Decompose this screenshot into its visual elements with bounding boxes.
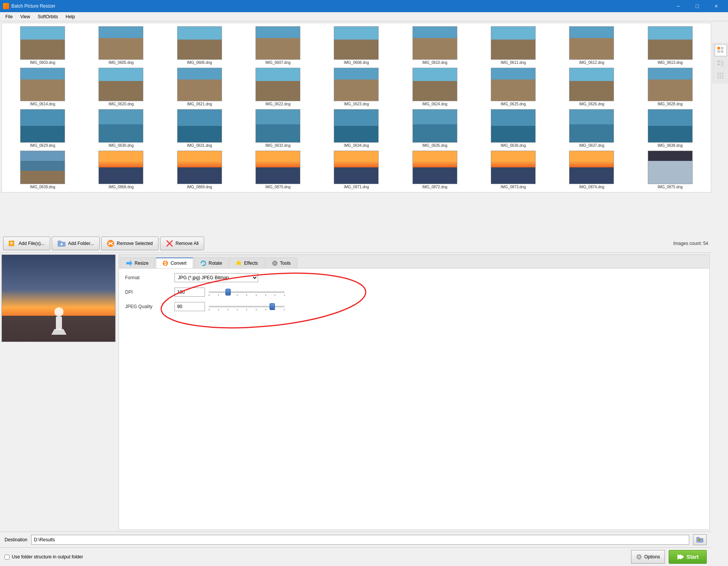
thumbnail <box>569 151 614 184</box>
start-button[interactable]: Start <box>669 550 707 564</box>
image-name: IMG_0613.dng <box>658 60 683 65</box>
tab-tools[interactable]: Tools <box>265 258 297 268</box>
list-item[interactable]: IMG_0606.dng <box>160 25 239 66</box>
list-item[interactable]: IMG_0623.dng <box>317 66 395 108</box>
list-item[interactable]: IMG_0871.dng <box>317 149 395 191</box>
menu-file[interactable]: File <box>2 13 16 20</box>
destination-bar: Destination <box>0 531 711 547</box>
format-select[interactable]: JPG (*.jpg) JPEG BitmapPNG (*.png) Porta… <box>174 273 258 282</box>
list-item[interactable]: IMG_0635.dng <box>396 108 474 149</box>
image-name: IMG_0630.dng <box>108 143 133 148</box>
format-row: Format JPG (*.jpg) JPEG BitmapPNG (*.png… <box>125 273 703 282</box>
tab-effects[interactable]: Effects <box>229 258 264 268</box>
image-name: IMG_0603.dng <box>30 60 55 65</box>
list-item[interactable]: IMG_0621.dng <box>160 66 239 108</box>
list-item[interactable]: IMG_0634.dng <box>317 108 395 149</box>
thumbnail <box>491 151 536 184</box>
destination-input[interactable] <box>31 535 689 545</box>
image-name: IMG_0870.dng <box>265 185 290 189</box>
add-folder-button[interactable]: Add Folder... <box>52 237 100 250</box>
list-item[interactable]: IMG_0624.dng <box>396 66 474 108</box>
list-item[interactable]: IMG_0636.dng <box>474 108 552 149</box>
svg-point-42 <box>274 262 275 264</box>
tab-rotate[interactable]: Rotate <box>194 258 228 268</box>
list-item[interactable]: IMG_0872.dng <box>396 149 474 191</box>
tab-rotate-label: Rotate <box>209 261 222 266</box>
image-name: IMG_0634.dng <box>344 143 369 148</box>
list-item[interactable]: IMG_0629.dng <box>3 108 82 149</box>
tab-resize[interactable]: Resize <box>120 258 155 268</box>
list-item[interactable]: IMG_0622.dng <box>239 66 317 108</box>
minimize-button[interactable]: − <box>669 0 687 12</box>
thumbnail <box>334 68 379 101</box>
svg-marker-35 <box>126 260 132 266</box>
dpi-input[interactable] <box>174 288 205 297</box>
list-item[interactable]: IMG_0607.dng <box>239 25 317 66</box>
folder-browse-icon <box>696 537 704 543</box>
list-item[interactable]: IMG_0639.dng <box>3 149 82 191</box>
list-item[interactable]: IMG_0612.dng <box>552 25 631 66</box>
add-files-button[interactable]: Add File(s)... <box>3 237 50 250</box>
list-item[interactable]: IMG_0620.dng <box>82 66 160 108</box>
image-name: IMG_0872.dng <box>422 185 447 189</box>
image-name: IMG_0624.dng <box>422 102 447 106</box>
image-name: IMG_0614.dng <box>30 102 55 106</box>
list-item[interactable]: IMG_0630.dng <box>82 108 160 149</box>
thumbnail <box>98 109 143 143</box>
list-item[interactable]: IMG_0638.dng <box>631 108 709 149</box>
list-item[interactable]: IMG_0637.dng <box>552 108 631 149</box>
list-item[interactable]: IMG_0626.dng <box>552 66 631 108</box>
image-name: IMG_0607.dng <box>265 60 290 65</box>
image-name: IMG_0606.dng <box>187 60 212 65</box>
dpi-row: DPI <box>125 288 703 297</box>
list-item[interactable]: IMG_0613.dng <box>631 25 709 66</box>
jpeg-quality-slider-track <box>209 306 285 307</box>
thumbnail <box>334 26 379 60</box>
destination-label: Destination <box>5 537 27 542</box>
images-count: Images count: 54 <box>673 241 708 246</box>
list-item[interactable]: IMG_0874.dng <box>552 149 631 191</box>
image-grid-container[interactable]: IMG_0603.dng IMG_0605.dng IMG_0606.dng I… <box>2 23 711 192</box>
tab-convert[interactable]: Convert <box>156 258 193 268</box>
list-item[interactable]: IMG_0614.dng <box>3 66 82 108</box>
close-button[interactable]: × <box>707 0 725 12</box>
start-label: Start <box>687 554 699 560</box>
list-item[interactable]: IMG_0628.dng <box>631 66 709 108</box>
list-item[interactable]: IMG_0875.dng <box>631 149 709 191</box>
list-item[interactable]: IMG_0608.dng <box>317 25 395 66</box>
thumbnail <box>648 109 693 143</box>
thumbnail <box>648 26 693 60</box>
list-item[interactable]: IMG_0605.dng <box>82 25 160 66</box>
folder-structure-checkbox[interactable] <box>5 555 10 560</box>
image-grid: IMG_0603.dng IMG_0605.dng IMG_0606.dng I… <box>2 23 711 192</box>
thumbnail <box>20 151 65 184</box>
thumbnail <box>20 109 65 143</box>
list-item[interactable]: IMG_0870.dng <box>239 149 317 191</box>
tab-effects-label: Effects <box>244 261 258 266</box>
list-item[interactable]: IMG_0869.dng <box>160 149 239 191</box>
list-item[interactable]: IMG_0868.dng <box>82 149 160 191</box>
remove-all-icon <box>166 240 173 247</box>
list-item[interactable]: IMG_0873.dng <box>474 149 552 191</box>
image-name: IMG_0625.dng <box>501 102 526 106</box>
list-item[interactable]: IMG_0610.dng <box>396 25 474 66</box>
remove-selected-button[interactable]: Remove Selected <box>101 237 159 250</box>
list-item[interactable]: IMG_0603.dng <box>3 25 82 66</box>
format-label: Format <box>125 275 171 280</box>
menu-softorbits[interactable]: SoftOrbits <box>34 13 62 20</box>
title-bar: Batch Picture Resizer − □ × <box>0 0 728 12</box>
menu-view[interactable]: View <box>16 13 34 20</box>
preview-image <box>2 254 116 342</box>
convert-tab-content: Format JPG (*.jpg) JPEG BitmapPNG (*.png… <box>119 269 709 321</box>
maximize-button[interactable]: □ <box>688 0 706 12</box>
list-item[interactable]: IMG_0632.dng <box>239 108 317 149</box>
options-button[interactable]: Options <box>631 550 665 564</box>
list-item[interactable]: IMG_0631.dng <box>160 108 239 149</box>
destination-browse-button[interactable] <box>693 534 707 545</box>
image-name: IMG_0629.dng <box>30 143 55 148</box>
remove-all-button[interactable]: Remove All <box>160 237 205 250</box>
menu-help[interactable]: Help <box>62 13 79 20</box>
list-item[interactable]: IMG_0611.dng <box>474 25 552 66</box>
list-item[interactable]: IMG_0625.dng <box>474 66 552 108</box>
jpeg-quality-input[interactable] <box>174 302 205 311</box>
